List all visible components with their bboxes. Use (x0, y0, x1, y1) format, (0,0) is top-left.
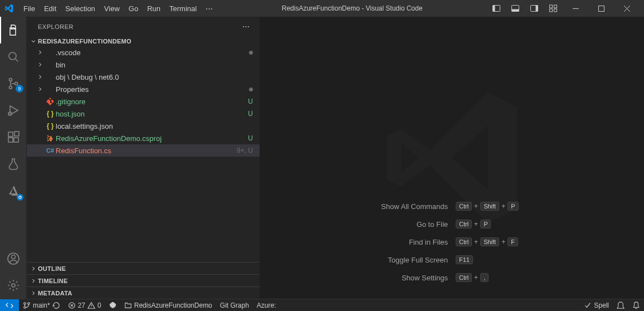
menu-go[interactable]: Go (124, 2, 143, 15)
plus-separator: + (474, 220, 478, 228)
layout-customize-icon[interactable] (544, 1, 563, 16)
window-minimize[interactable] (563, 0, 588, 17)
window-close[interactable] (614, 0, 640, 17)
file-row[interactable]: RedisAzureFunctionDemo.csprojU (27, 132, 260, 144)
keycap: P (508, 202, 518, 211)
activity-extensions[interactable] (0, 124, 27, 150)
explorer-sidebar: EXPLORER ⋯ REDISAZUREFUNCTIONDEMO .vscod… (27, 17, 260, 299)
status-gitgraph[interactable]: Git Graph (216, 299, 253, 311)
welcome-label: Go to File (307, 220, 448, 229)
section-metadata[interactable]: METADATA (27, 286, 260, 299)
status-feedback-icon[interactable] (613, 299, 628, 311)
status-bar: main* 27 0 RedisAzureFunctionDemo Git Gr… (0, 299, 644, 311)
svg-point-25 (24, 302, 26, 304)
keycap: Ctrl (456, 220, 472, 229)
explorer-title: EXPLORER (38, 23, 74, 30)
svg-point-23 (12, 255, 16, 259)
welcome-keys: Ctrl+Shift+F (456, 237, 597, 246)
folder-row[interactable]: .vscode (27, 46, 260, 59)
svg-rect-6 (550, 5, 553, 8)
file-label: Properties (56, 85, 249, 94)
file-row[interactable]: .gitignoreU (27, 95, 260, 108)
status-folder-label: RedisAzureFunctionDemo (134, 302, 212, 309)
layout-secondary-sidebar-icon[interactable] (525, 1, 544, 16)
chevron-right-icon (36, 61, 45, 68)
svg-point-27 (28, 302, 30, 304)
menu-bar: File Edit Selection View Go Run Terminal… (19, 2, 217, 15)
file-row[interactable]: { }host.jsonU (27, 108, 260, 120)
menu-view[interactable]: View (100, 2, 124, 15)
status-branch-label: main* (33, 302, 50, 309)
menu-file[interactable]: File (19, 2, 40, 15)
activity-settings[interactable] (0, 272, 27, 299)
folder-row[interactable]: bin (27, 59, 260, 71)
keycap: Ctrl (456, 237, 472, 246)
activity-run-debug[interactable] (0, 97, 27, 124)
folder-row[interactable]: obj \ Debug \ net6.0 (27, 71, 260, 83)
svg-rect-17 (8, 132, 13, 137)
status-azure-label: Azure: (257, 302, 276, 309)
welcome-label: Toggle Full Screen (307, 256, 448, 264)
keycap: P (480, 220, 491, 229)
status-streaming[interactable] (105, 299, 120, 311)
activity-source-control[interactable]: 9 (0, 70, 27, 97)
section-timeline[interactable]: TIMELINE (27, 274, 260, 286)
menu-more[interactable]: ⋯ (201, 2, 217, 15)
chevron-right-icon (29, 265, 38, 272)
chevron-right-icon (36, 49, 45, 56)
activity-bar: 9 (0, 17, 27, 299)
git-status: U (248, 98, 253, 105)
activity-accounts[interactable] (0, 245, 27, 272)
status-notifications-icon[interactable] (628, 299, 644, 311)
keycap: Ctrl (456, 273, 472, 282)
workspace-root[interactable]: REDISAZUREFUNCTIONDEMO (27, 36, 260, 46)
status-warnings: 0 (97, 302, 101, 309)
svg-rect-20 (14, 132, 19, 136)
activity-testing[interactable] (0, 150, 27, 177)
explorer-more-icon[interactable]: ⋯ (242, 22, 250, 31)
menu-run[interactable]: Run (143, 2, 165, 15)
status-remote[interactable] (0, 299, 19, 311)
svg-rect-18 (8, 138, 13, 142)
section-metadata-label: METADATA (38, 290, 72, 297)
layout-primary-sidebar-icon[interactable] (487, 1, 506, 16)
git-modified-dot-icon (249, 88, 253, 91)
keycap: F (508, 237, 518, 246)
activity-search[interactable] (0, 43, 27, 70)
status-spell-label: Spell (594, 302, 609, 309)
file-row[interactable]: C#RedisFunction.cs9+, U (27, 144, 260, 157)
welcome-keys: Ctrl+, (456, 273, 597, 282)
section-outline[interactable]: OUTLINE (27, 262, 260, 274)
svg-point-13 (9, 79, 12, 81)
menu-selection[interactable]: Selection (61, 2, 99, 15)
status-problems[interactable]: 27 0 (64, 299, 105, 311)
menu-edit[interactable]: Edit (40, 2, 61, 15)
status-folder[interactable]: RedisAzureFunctionDemo (120, 299, 216, 311)
activity-azure[interactable] (0, 177, 27, 204)
status-azure[interactable]: Azure: (253, 299, 280, 311)
welcome-row: Show SettingsCtrl+, (307, 273, 597, 282)
plus-separator: + (474, 274, 478, 281)
welcome-label: Find in Files (307, 238, 448, 246)
window-title: RedisAzureFunctionDemo - Visual Studio C… (217, 4, 487, 12)
svg-point-14 (9, 86, 12, 89)
activity-explorer[interactable] (0, 17, 27, 43)
layout-panel-icon[interactable] (506, 1, 525, 16)
file-row[interactable]: { }local.settings.json (27, 120, 260, 132)
status-branch[interactable]: main* (19, 299, 64, 311)
section-outline-label: OUTLINE (38, 265, 66, 272)
folder-row[interactable]: Properties (27, 83, 260, 95)
status-spell[interactable]: Spell (580, 299, 613, 311)
xml-file-icon (45, 134, 56, 142)
svg-rect-9 (554, 9, 557, 12)
svg-point-15 (15, 82, 18, 85)
svg-rect-5 (536, 6, 538, 12)
window-maximize[interactable] (588, 0, 614, 17)
keycap: Ctrl (456, 202, 472, 211)
plus-separator: + (474, 238, 478, 246)
menu-terminal[interactable]: Terminal (165, 2, 201, 15)
welcome-label: Show All Commands (307, 202, 448, 211)
git-status: U (248, 134, 253, 142)
file-label: RedisFunction.cs (56, 147, 237, 155)
explorer-header: EXPLORER ⋯ (27, 17, 260, 36)
